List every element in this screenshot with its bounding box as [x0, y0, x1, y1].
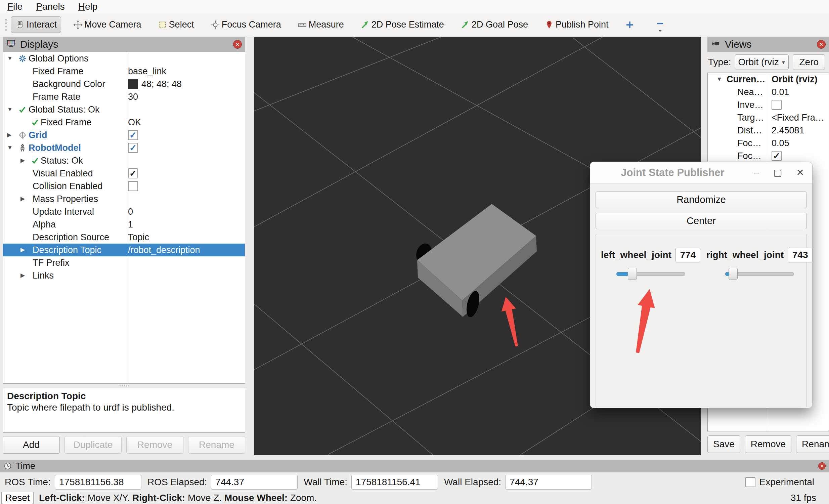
tool-2d-pose-estimate[interactable]: 2D Pose Estimate	[356, 16, 448, 33]
tool-minus-icon[interactable]	[651, 17, 670, 33]
tool-2d-goal-pose[interactable]: 2D Goal Pose	[456, 16, 532, 33]
displays-row-fixed-frame[interactable]: Fixed Framebase_link	[3, 65, 245, 78]
checkbox-off[interactable]	[771, 100, 782, 110]
rename-view-button[interactable]: Rename	[796, 435, 829, 453]
jsp-titlebar[interactable]: Joint State Publisher –▢✕	[590, 162, 812, 183]
time-panel-header[interactable]: Time ✕	[0, 460, 829, 472]
displays-row-fixed-frame[interactable]: Fixed FrameOK	[3, 116, 245, 129]
expand-arrow-icon[interactable]: ▶	[21, 154, 25, 167]
property-value[interactable]: 48; 48; 48	[128, 78, 182, 91]
joint-value-spinbox[interactable]: 743	[788, 248, 813, 262]
displays-row-mass-properties[interactable]: ▶Mass Properties	[3, 192, 245, 205]
toolbar-grip-handle[interactable]	[5, 18, 7, 32]
displays-row-status-ok[interactable]: ▶Status: Ok	[3, 154, 245, 167]
views-row-dist[interactable]: Dist…2.45081	[708, 124, 829, 137]
property-value[interactable]: OK	[128, 116, 141, 129]
displays-row-tf-prefix[interactable]: TF Prefix	[3, 256, 245, 269]
checkbox-on[interactable]: ✓	[128, 130, 138, 140]
duplicate-button[interactable]: Duplicate	[65, 436, 121, 454]
zero-button[interactable]: Zero	[793, 55, 825, 70]
views-row-inve[interactable]: Inve…	[708, 99, 829, 111]
property-value[interactable]: 0.05	[771, 137, 789, 149]
displays-panel-header[interactable]: Displays ✕	[3, 37, 245, 52]
views-row-curren[interactable]: ▼Curren…Orbit (rviz)	[708, 73, 829, 86]
remove-button[interactable]: Remove	[126, 436, 183, 454]
tool-measure[interactable]: Measure	[293, 16, 348, 33]
joint-slider[interactable]	[725, 268, 794, 280]
property-value[interactable]: Orbit (rviz)	[771, 73, 818, 86]
property-value[interactable]: 0.01	[771, 86, 789, 99]
field-input[interactable]: 744.37	[211, 475, 298, 490]
displays-row-background-color[interactable]: Background Color48; 48; 48	[3, 78, 245, 91]
checkbox-off[interactable]	[128, 181, 138, 191]
property-value[interactable]: base_link	[128, 65, 166, 78]
expand-arrow-icon[interactable]: ▶	[21, 269, 25, 282]
property-value[interactable]: 30	[128, 91, 138, 103]
displays-row-global-status-ok[interactable]: ▼Global Status: Ok	[3, 103, 245, 116]
field-input[interactable]: 744.37	[505, 475, 592, 490]
collapse-arrow-icon[interactable]: ▼	[7, 141, 13, 154]
views-row-foc[interactable]: Foc…0.05	[708, 137, 829, 149]
checkbox-on[interactable]: ✓	[771, 151, 782, 161]
expand-arrow-icon[interactable]: ▶	[21, 244, 25, 256]
displays-row-robotmodel[interactable]: ▼RobotModel✓	[3, 141, 245, 154]
collapse-arrow-icon[interactable]: ▼	[7, 52, 13, 65]
randomize-button[interactable]: Randomize	[596, 191, 807, 208]
views-close-icon[interactable]: ✕	[817, 40, 826, 49]
views-row-nea[interactable]: Nea…0.01	[708, 86, 829, 99]
menu-item-file[interactable]: File	[7, 1, 23, 12]
maximize-icon[interactable]: ▢	[773, 167, 782, 178]
property-value[interactable]: 2.45081	[771, 124, 804, 137]
reset-button[interactable]: Reset	[1, 492, 34, 504]
views-row-foc[interactable]: Foc…✓	[708, 149, 829, 162]
time-close-icon[interactable]: ✕	[818, 462, 826, 470]
expand-arrow-icon[interactable]: ▶	[21, 192, 25, 205]
displays-row-update-interval[interactable]: Update Interval0	[3, 205, 245, 218]
collapse-arrow-icon[interactable]: ▼	[717, 73, 722, 86]
slider-handle[interactable]	[628, 268, 637, 280]
displays-row-description-source[interactable]: Description SourceTopic	[3, 231, 245, 244]
collapse-arrow-icon[interactable]: ▼	[7, 103, 13, 116]
menu-item-help[interactable]: Help	[78, 1, 98, 12]
menu-item-panels[interactable]: Panels	[36, 1, 65, 12]
tool-publish-point[interactable]: Publish Point	[540, 16, 613, 33]
joint-slider[interactable]	[616, 268, 685, 280]
views-row-targ[interactable]: Targ…<Fixed Fra…	[708, 111, 829, 124]
joint-value-spinbox[interactable]: 774	[676, 248, 700, 262]
property-value[interactable]: ✓	[128, 129, 138, 141]
tool-focus-camera[interactable]: Focus Camera	[206, 16, 286, 33]
property-value[interactable]	[128, 180, 138, 192]
checkbox-on[interactable]: ✓	[128, 143, 138, 153]
property-value[interactable]: ✓	[771, 149, 782, 162]
displays-close-icon[interactable]: ✕	[233, 40, 242, 49]
tool-select[interactable]: Select	[153, 16, 199, 33]
tool-plus-icon[interactable]	[620, 17, 639, 33]
rename-button[interactable]: Rename	[188, 436, 245, 454]
checkbox-on[interactable]: ✓	[128, 168, 138, 178]
property-value[interactable]: <Fixed Fra…	[771, 111, 824, 124]
property-value[interactable]: 1	[128, 218, 133, 231]
property-value[interactable]: ✓	[128, 167, 138, 180]
save-view-button[interactable]: Save	[708, 435, 740, 453]
field-input[interactable]: 1758181156.38	[55, 475, 141, 490]
expand-arrow-icon[interactable]: ▶	[7, 129, 11, 141]
add-button[interactable]: Add	[3, 436, 60, 454]
tool-interact[interactable]: Interact	[11, 16, 61, 33]
close-icon[interactable]: ✕	[796, 167, 804, 178]
center-button[interactable]: Center	[596, 213, 807, 229]
view-type-dropdown[interactable]: Orbit (rviz ▼	[735, 55, 789, 70]
experimental-checkbox[interactable]	[745, 477, 755, 487]
field-input[interactable]: 1758181156.41	[351, 475, 438, 490]
displays-row-alpha[interactable]: Alpha1	[3, 218, 245, 231]
property-value[interactable]	[771, 99, 782, 111]
property-value[interactable]: ✓	[128, 141, 138, 154]
displays-row-collision-enabled[interactable]: Collision Enabled	[3, 180, 245, 192]
property-value[interactable]: Topic	[128, 231, 149, 244]
displays-row-grid[interactable]: ▶Grid✓	[3, 129, 245, 141]
property-value[interactable]: /robot_description	[128, 244, 200, 256]
displays-row-global-options[interactable]: ▼Global Options	[3, 52, 245, 65]
slider-handle[interactable]	[728, 268, 737, 280]
displays-row-description-topic[interactable]: ▶Description Topic/robot_description	[3, 244, 245, 256]
minimize-icon[interactable]: –	[754, 167, 759, 178]
displays-row-visual-enabled[interactable]: Visual Enabled✓	[3, 167, 245, 180]
